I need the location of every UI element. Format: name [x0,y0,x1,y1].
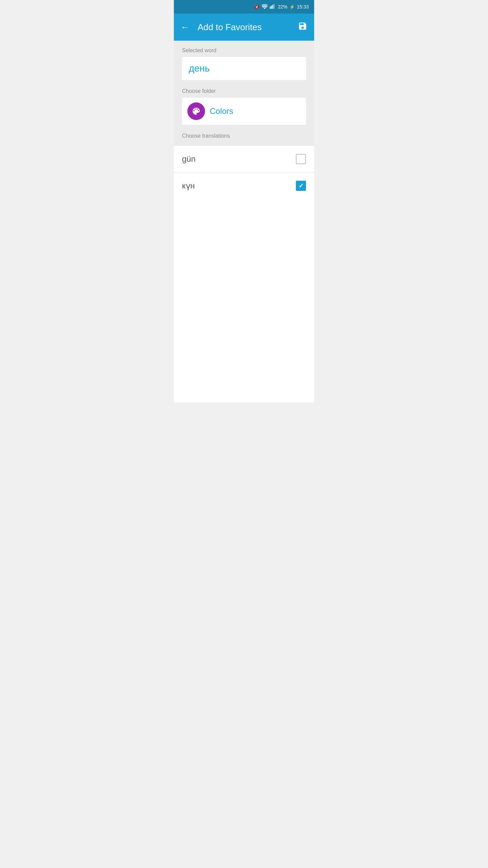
battery-icon: ⚡ [289,4,295,9]
checkbox-2[interactable] [296,181,306,191]
selected-word-box: день [182,57,306,80]
folder-icon-circle [187,102,205,120]
choose-folder-label: Choose folder [182,88,306,94]
time-text: 15:33 [297,4,309,9]
translation-word-1: gün [182,154,196,164]
content-section: Selected word день Choose folder Colors … [174,41,314,146]
svg-rect-0 [270,6,271,9]
svg-rect-1 [271,5,272,9]
app-bar: ← Add to Favorites [174,14,314,41]
signal-icon [270,4,276,10]
status-icons: 🔇 22% ⚡ 15:33 [254,4,309,10]
save-icon [298,21,307,31]
translation-item-1[interactable]: gün [174,146,314,173]
status-bar: 🔇 22% ⚡ 15:33 [174,0,314,14]
wifi-icon [262,4,268,10]
svg-rect-2 [272,4,273,8]
svg-rect-3 [274,4,275,9]
translation-item-2[interactable]: күн [174,173,314,199]
checkbox-1[interactable] [296,154,306,164]
palette-icon [191,106,201,116]
translations-list: gün күн [174,146,314,199]
app-bar-left: ← Add to Favorites [179,21,262,34]
battery-text: 22% [278,4,287,9]
selected-word-label: Selected word [182,47,306,54]
translation-word-2: күн [182,181,195,191]
folder-name: Colors [210,106,233,116]
empty-space [174,199,314,402]
page-title: Add to Favorites [198,22,262,33]
folder-selector[interactable]: Colors [182,98,306,125]
mute-icon: 🔇 [254,4,260,9]
back-button[interactable]: ← [179,21,191,34]
choose-translations-label: Choose translations [182,133,306,139]
save-button[interactable] [297,20,309,35]
selected-word-value: день [189,63,210,74]
